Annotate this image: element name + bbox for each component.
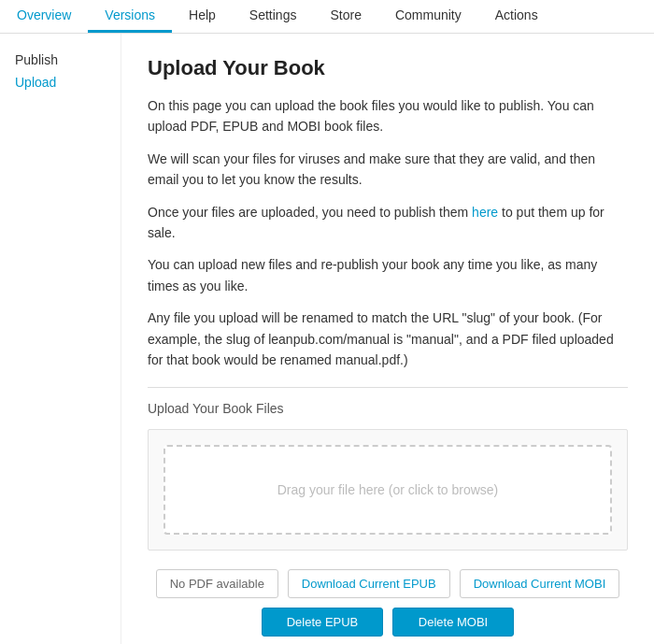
- nav-help[interactable]: Help: [172, 0, 233, 33]
- nav-settings[interactable]: Settings: [233, 0, 314, 33]
- here-link[interactable]: here: [472, 205, 498, 220]
- delete-epub-button[interactable]: Delete EPUB: [262, 608, 383, 637]
- sidebar-item-upload[interactable]: Upload: [9, 71, 111, 93]
- nav-store[interactable]: Store: [313, 0, 377, 33]
- main-content: Upload Your Book On this page you can up…: [121, 34, 654, 644]
- file-dropzone[interactable]: Drag your file here (or click to browse): [164, 445, 612, 535]
- upload-section-title: Upload Your Book Files: [148, 401, 628, 416]
- dropzone-wrapper: Drag your file here (or click to browse): [148, 429, 628, 551]
- nav-overview[interactable]: Overview: [0, 0, 88, 33]
- top-nav: Overview Versions Help Settings Store Co…: [0, 0, 654, 34]
- delete-buttons-row: Delete EPUB Delete MOBI: [148, 608, 628, 637]
- description-p2: We will scan your files for viruses and …: [148, 149, 628, 191]
- file-buttons-row: No PDF available Download Current EPUB D…: [148, 569, 628, 598]
- nav-community[interactable]: Community: [378, 0, 478, 33]
- nav-actions[interactable]: Actions: [478, 0, 555, 33]
- delete-mobi-button[interactable]: Delete MOBI: [392, 608, 514, 637]
- page-title: Upload Your Book: [148, 56, 628, 80]
- sidebar: Publish Upload: [0, 34, 121, 644]
- download-mobi-button[interactable]: Download Current MOBI: [460, 569, 620, 598]
- description-p3: Once your files are uploaded, you need t…: [148, 202, 628, 244]
- download-epub-button[interactable]: Download Current EPUB: [288, 569, 450, 598]
- nav-versions[interactable]: Versions: [88, 0, 172, 33]
- sidebar-item-publish[interactable]: Publish: [9, 49, 111, 71]
- no-pdf-button: No PDF available: [156, 569, 278, 598]
- page-layout: Publish Upload Upload Your Book On this …: [0, 34, 654, 644]
- description-p5: Any file you upload will be renamed to m…: [148, 308, 628, 370]
- divider: [148, 387, 628, 388]
- description-p4: You can upload new files and re-publish …: [148, 254, 628, 296]
- description-p1: On this page you can upload the book fil…: [148, 95, 628, 137]
